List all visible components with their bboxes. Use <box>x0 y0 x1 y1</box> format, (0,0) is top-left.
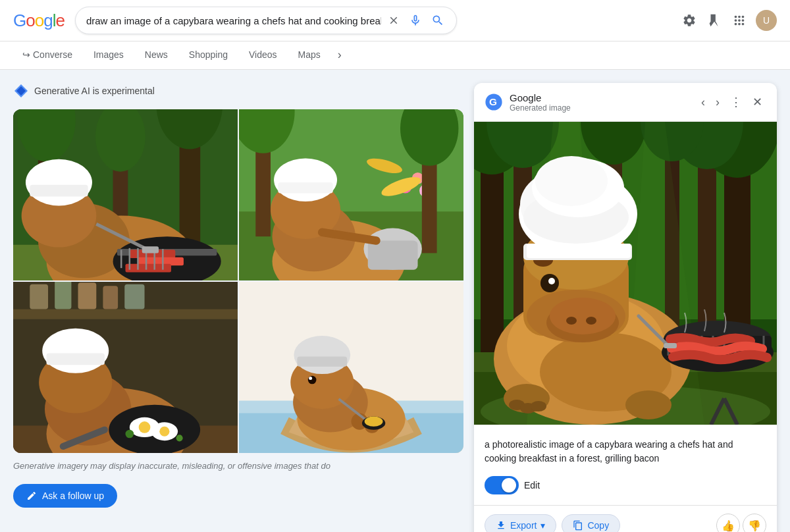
svg-rect-51 <box>78 282 97 309</box>
svg-rect-53 <box>124 284 144 309</box>
export-icon <box>496 520 506 531</box>
image-description: a photorealistic image of a capybara wea… <box>474 427 777 476</box>
grid-image-2[interactable] <box>239 109 463 280</box>
export-button[interactable]: Export ▾ <box>485 514 556 532</box>
svg-rect-50 <box>55 282 71 309</box>
nav-shopping[interactable]: Shopping <box>180 41 237 69</box>
export-chevron: ▾ <box>540 520 545 531</box>
svg-point-58 <box>42 329 109 373</box>
svg-point-127 <box>535 156 608 206</box>
ai-diamond-icon <box>13 83 29 99</box>
labs-button[interactable] <box>706 12 723 29</box>
main-layout: Generative AI is experimental <box>0 70 790 532</box>
disclaimer: Generative imagery may display inaccurat… <box>13 461 463 471</box>
ai-badge: Generative AI is experimental <box>13 83 463 99</box>
svg-text:G: G <box>489 96 497 107</box>
copy-icon <box>573 520 583 531</box>
svg-rect-27 <box>142 246 159 253</box>
svg-point-81 <box>365 417 383 427</box>
main-capybara-image <box>474 122 777 425</box>
settings-button[interactable] <box>681 12 698 29</box>
left-panel: Generative AI is experimental <box>13 83 463 532</box>
panel-subtitle: Generated image <box>510 103 691 113</box>
svg-point-113 <box>550 298 616 334</box>
panel-nav-icons: ‹ › ⋮ ✕ <box>697 91 766 113</box>
svg-point-114 <box>566 317 577 325</box>
svg-rect-52 <box>103 286 118 309</box>
svg-rect-75 <box>297 357 347 367</box>
clear-button[interactable] <box>386 13 401 28</box>
svg-point-40 <box>274 158 337 201</box>
main-image-container <box>474 122 777 427</box>
svg-point-132 <box>531 401 546 412</box>
grid-image-3[interactable] <box>13 282 238 453</box>
copy-button[interactable]: Copy <box>562 514 620 532</box>
thumbs-up-button[interactable]: 👍 <box>716 514 740 532</box>
image-grid <box>13 109 463 453</box>
search-bar <box>75 7 457 34</box>
svg-rect-41 <box>278 182 332 193</box>
nav-more[interactable]: › <box>332 43 347 68</box>
svg-point-67 <box>176 435 183 441</box>
panel-title: Google <box>510 92 691 103</box>
google-g-icon: G <box>485 93 503 111</box>
panel-title-block: Google Generated image <box>510 92 691 113</box>
panel-more-button[interactable]: ⋮ <box>726 91 746 113</box>
apps-button[interactable] <box>731 12 748 29</box>
thumbs-down-button[interactable]: 👎 <box>743 514 766 532</box>
svg-rect-43 <box>368 240 418 269</box>
svg-point-82 <box>308 376 317 385</box>
edit-toggle-row: Edit <box>474 476 777 505</box>
toggle-knob <box>502 478 516 492</box>
svg-point-63 <box>139 421 151 433</box>
pencil-icon <box>26 491 37 501</box>
svg-rect-14 <box>30 185 88 197</box>
edit-toggle-label: Edit <box>524 480 540 491</box>
svg-rect-49 <box>30 284 48 309</box>
nav-videos[interactable]: Videos <box>240 41 286 69</box>
grid-image-1[interactable] <box>13 109 238 280</box>
converse-icon: ↪ <box>22 49 30 60</box>
panel-prev-button[interactable]: ‹ <box>697 92 709 113</box>
svg-point-83 <box>309 377 312 380</box>
svg-point-118 <box>552 280 554 283</box>
nav-images[interactable]: Images <box>84 41 133 69</box>
follow-up-button[interactable]: Ask a follow up <box>13 484 117 508</box>
search-input[interactable] <box>86 15 381 26</box>
svg-point-13 <box>26 159 92 206</box>
voice-search-button[interactable] <box>408 13 423 28</box>
header: Google U <box>0 0 790 41</box>
nav-news[interactable]: News <box>136 41 177 69</box>
svg-point-74 <box>294 336 350 374</box>
svg-rect-148 <box>664 343 677 348</box>
svg-point-66 <box>126 430 134 439</box>
svg-rect-19 <box>126 264 171 273</box>
svg-rect-48 <box>13 309 238 319</box>
header-right: U <box>681 10 777 31</box>
google-logo: Google <box>13 11 65 31</box>
panel-header: G Google Generated image ‹ › ⋮ ✕ <box>474 83 777 122</box>
panel-footer: Export ▾ Copy 👍 👎 <box>474 505 777 532</box>
svg-point-65 <box>159 427 169 437</box>
svg-point-129 <box>625 390 672 419</box>
feedback-buttons: 👍 👎 <box>716 514 766 532</box>
nav-bar: ↪ Converse Images News Shopping Videos M… <box>0 41 790 70</box>
nav-maps[interactable]: Maps <box>289 41 330 69</box>
nav-converse[interactable]: ↪ Converse <box>13 41 82 69</box>
edit-toggle-switch[interactable] <box>485 476 519 494</box>
panel-next-button[interactable]: › <box>712 92 724 113</box>
grid-image-4[interactable] <box>239 282 463 453</box>
svg-rect-59 <box>47 354 105 365</box>
panel-close-button[interactable]: ✕ <box>749 91 766 113</box>
image-search-button[interactable] <box>430 13 446 28</box>
right-panel: G Google Generated image ‹ › ⋮ ✕ <box>474 83 777 532</box>
avatar[interactable]: U <box>756 10 777 31</box>
svg-point-115 <box>586 317 596 325</box>
